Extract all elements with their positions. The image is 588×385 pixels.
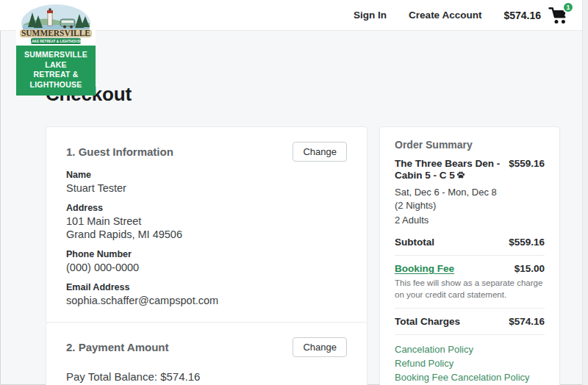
field-value: (000) 000-0000 [66,261,347,274]
field-value: 101 Main Street [66,215,347,228]
divider [395,308,545,309]
refund-policy-link[interactable]: Refund Policy [395,356,545,370]
booking-fee-cancelation-policy-link[interactable]: Booking Fee Cancelation Policy [395,370,545,384]
order-item: The Three Bears Den - Cabin 5 - C 5 $559… [395,158,545,227]
booking-fee-row: Booking Fee $15.00 [395,263,545,274]
pay-total-balance: Pay Total Balance: $574.16 [66,370,347,383]
field-label: Phone Number [66,249,347,259]
cart-button[interactable]: $574.16 1 [503,6,569,25]
cart-icon[interactable]: 1 [548,6,569,25]
cart-count-badge: 1 [562,1,574,13]
guest-information-card: 1. Guest Information Change Name Stuart … [46,126,368,324]
logo-banner-line: RETREAT & [18,70,94,80]
guest-field-phone: Phone Number (000) 000-0000 [66,249,347,274]
logo-banner-line: LIGHTHOUSE [18,80,94,90]
order-item-price: $559.16 [509,158,545,169]
guest-field-name: Name Stuart Tester [66,170,347,195]
paw-icon [456,170,465,182]
field-label: Name [66,170,347,180]
field-value: Grand Rapids, MI 49506 [66,228,347,241]
logo-banner-line: SUMMERSVILLE LAKE [18,50,94,70]
subtotal-label: Subtotal [395,237,434,248]
payment-amount-heading: 2. Payment Amount [66,341,168,353]
cart-total[interactable]: $574.16 [503,10,541,21]
order-summary-card: Order Summary The Three Bears Den - Cabi… [379,126,560,385]
booking-fee-link[interactable]: Booking Fee [395,263,454,274]
sign-in-link[interactable]: Sign In [354,10,387,21]
logo-wordmark: SUMMERSVILLE [21,29,90,37]
field-label: Email Address [66,282,347,292]
order-item-name: The Three Bears Den - Cabin 5 - C 5 [395,158,503,182]
divider [395,255,545,256]
booking-fee-note: This fee will show as a separate charge … [395,277,545,301]
campground-logo[interactable]: SUMMERSVILLE LAKE RETREAT & LIGHTHOUSE S… [16,4,96,96]
logo-banner: SUMMERSVILLE LAKE RETREAT & LIGHTHOUSE [16,46,96,96]
payment-amount-change-button[interactable]: Change [293,337,347,357]
logo-tagline: LAKE RETREAT & LIGHTHOUSE [29,40,82,43]
guest-field-address: Address 101 Main Street Grand Rapids, MI… [66,203,347,241]
guest-field-email: Email Address sophia.schaffer@campspot.c… [66,282,347,307]
total-charges-label: Total Charges [395,316,460,327]
summersville-logo-illustration: SUMMERSVILLE LAKE RETREAT & LIGHTHOUSE [16,4,96,46]
order-item-occupancy: 2 Adults [395,214,503,227]
page-scrollbar[interactable] [582,0,588,385]
payment-amount-card: 2. Payment Amount Change Pay Total Balan… [46,322,368,385]
total-charges-value: $574.16 [509,316,545,327]
guest-information-heading: 1. Guest Information [66,145,173,158]
guest-information-header: 1. Guest Information Change [66,142,347,162]
order-item-dates: Sat, Dec 6 - Mon, Dec 8 (2 Nights) [395,186,503,212]
field-label: Address [66,203,347,213]
total-charges-row: Total Charges $574.16 [395,316,545,327]
subtotal-value: $559.16 [509,237,545,248]
lighthouse-icon [47,9,53,26]
field-value: Stuart Tester [66,181,347,195]
checkout-page: Sign In Create Account $574.16 1 [0,0,588,385]
cancelation-policy-link[interactable]: Cancelation Policy [395,342,545,356]
payment-amount-header: 2. Payment Amount Change [66,337,347,357]
policy-links: Cancelation Policy Refund Policy Booking… [395,342,545,384]
order-summary-heading: Order Summary [395,139,545,151]
divider [395,334,545,335]
booking-fee-value: $15.00 [514,263,545,274]
guest-information-change-button[interactable]: Change [293,142,347,162]
create-account-link[interactable]: Create Account [409,10,481,21]
field-value: sophia.schaffer@campspot.com [66,294,347,307]
subtotal-row: Subtotal $559.16 [395,237,545,248]
